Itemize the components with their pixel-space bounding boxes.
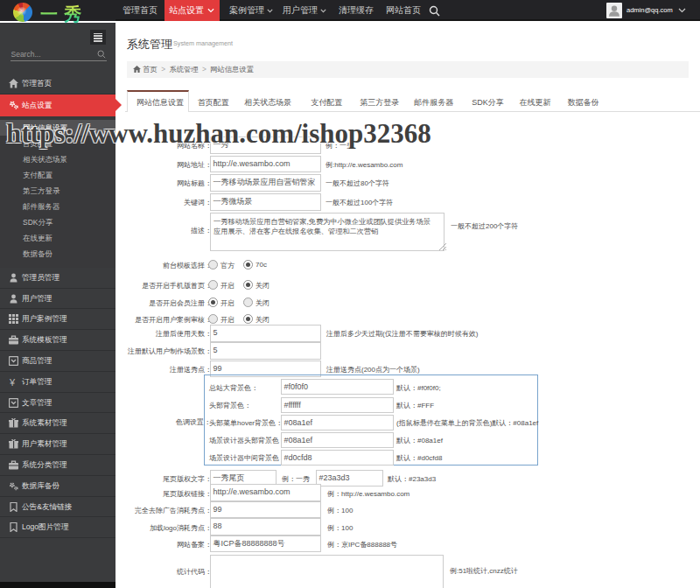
svg-text:¥: ¥ xyxy=(9,377,16,387)
